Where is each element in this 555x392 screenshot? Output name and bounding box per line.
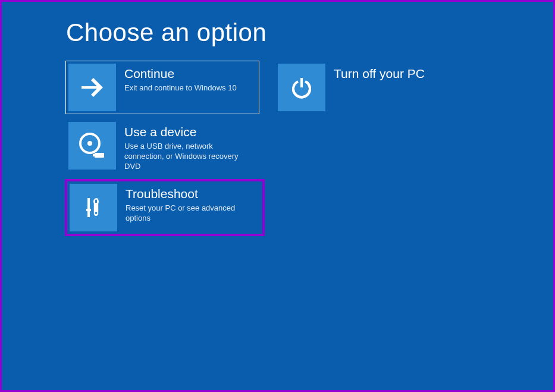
options-grid: Continue Exit and continue to Windows 10… bbox=[66, 61, 553, 241]
svg-rect-6 bbox=[87, 211, 90, 217]
arrow-right-icon bbox=[68, 64, 116, 111]
svg-rect-9 bbox=[300, 78, 303, 87]
disc-usb-icon bbox=[68, 122, 116, 170]
page-title: Choose an option bbox=[66, 18, 553, 47]
svg-point-1 bbox=[87, 141, 92, 146]
option-use-device[interactable]: Use a device Use a USB drive, network co… bbox=[66, 120, 259, 174]
option-turn-off[interactable]: Turn off your PC bbox=[275, 61, 468, 114]
tools-icon bbox=[70, 184, 117, 231]
option-title: Troubleshoot bbox=[126, 186, 250, 201]
svg-rect-3 bbox=[93, 154, 95, 156]
option-troubleshoot[interactable]: Troubleshoot Reset your PC or see advanc… bbox=[66, 180, 264, 235]
option-desc: Use a USB drive, network connection, or … bbox=[124, 142, 249, 172]
option-title: Turn off your PC bbox=[334, 66, 425, 81]
option-desc: Reset your PC or see advanced options bbox=[126, 203, 250, 224]
option-title: Continue bbox=[124, 66, 237, 81]
svg-rect-4 bbox=[87, 198, 90, 209]
svg-rect-2 bbox=[95, 153, 104, 158]
option-desc: Exit and continue to Windows 10 bbox=[124, 83, 237, 93]
option-continue[interactable]: Continue Exit and continue to Windows 10 bbox=[66, 61, 259, 114]
svg-rect-5 bbox=[86, 209, 91, 211]
svg-point-7 bbox=[95, 212, 98, 214]
option-title: Use a device bbox=[124, 124, 249, 139]
power-icon bbox=[278, 64, 325, 111]
